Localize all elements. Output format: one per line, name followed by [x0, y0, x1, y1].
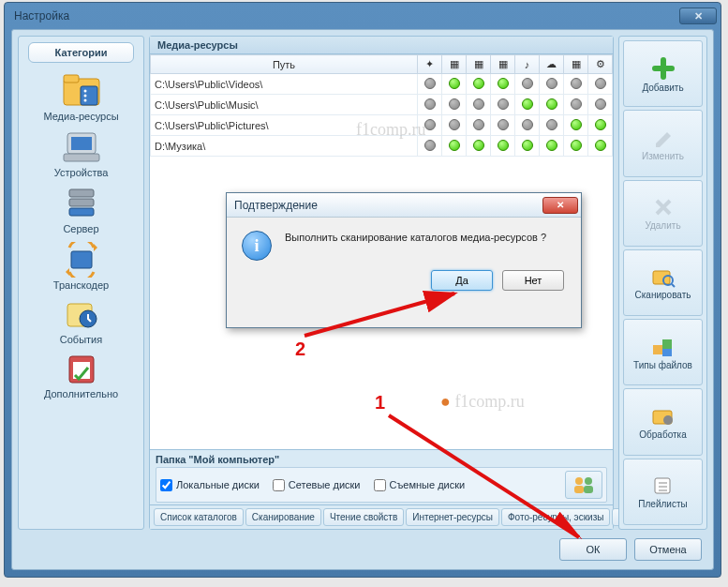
categories-sidebar: Категории Медиа-ресурсы Устройства Серве…: [18, 36, 144, 530]
plus-icon: [651, 56, 676, 81]
cell-flag[interactable]: [588, 74, 613, 95]
col-flag[interactable]: ⚙: [588, 55, 613, 74]
window-close-button[interactable]: ✕: [679, 8, 717, 24]
cell-flag[interactable]: [491, 74, 515, 95]
table-row[interactable]: C:\Users\Public\Videos\: [151, 74, 613, 95]
btn-edit[interactable]: Изменить: [623, 110, 703, 176]
sidebar-item-server[interactable]: Сервер: [22, 183, 140, 239]
status-dot-icon: [595, 98, 606, 110]
cell-flag[interactable]: [564, 74, 588, 95]
tab-список-каталогов[interactable]: Список каталогов: [154, 508, 244, 526]
btn-scan[interactable]: Сканировать: [623, 249, 703, 316]
delete-icon: [652, 196, 675, 218]
gear-icon: ⚙: [596, 58, 605, 69]
cell-flag[interactable]: [418, 74, 442, 95]
cell-flag[interactable]: [467, 115, 491, 136]
svg-rect-22: [584, 486, 593, 493]
cell-flag[interactable]: [442, 95, 467, 115]
btn-add[interactable]: Добавить: [623, 40, 703, 107]
cell-flag[interactable]: [491, 95, 515, 115]
sidebar-item-additional[interactable]: Дополнительно: [22, 350, 140, 404]
cell-flag[interactable]: [515, 74, 540, 95]
col-flag[interactable]: ✦: [418, 55, 442, 74]
btn-delete[interactable]: Удалить: [623, 180, 703, 247]
cell-flag[interactable]: [540, 74, 564, 95]
col-flag[interactable]: ▦: [564, 55, 588, 74]
svg-rect-9: [69, 189, 94, 197]
dialog-yes-button[interactable]: Да: [431, 270, 493, 291]
dialog-titlebar[interactable]: Подтверждение ✕: [227, 193, 581, 218]
cancel-button[interactable]: Отмена: [634, 538, 702, 561]
cell-flag[interactable]: [515, 95, 540, 115]
cell-flag[interactable]: [540, 95, 564, 115]
status-dot-icon: [571, 78, 582, 89]
checkbox-network-disks[interactable]: Сетевые диски: [273, 479, 361, 491]
cell-flag[interactable]: [564, 136, 588, 157]
cell-flag[interactable]: [515, 115, 540, 136]
sidebar-item-media[interactable]: Медиа-ресурсы: [22, 68, 140, 127]
col-flag[interactable]: ▦: [467, 55, 491, 74]
right-toolbar: Добавить Изменить Удалить Сканировать: [618, 36, 707, 530]
tab-чтение-свойств[interactable]: Чтение свойств: [323, 508, 404, 526]
status-dot-icon: [546, 98, 557, 110]
svg-rect-2: [81, 86, 97, 105]
clipboard-icon: [62, 353, 101, 386]
cell-flag[interactable]: [564, 95, 588, 115]
col-path[interactable]: Путь: [151, 55, 418, 74]
cell-flag[interactable]: [467, 136, 491, 157]
ok-button[interactable]: ОК: [559, 538, 627, 561]
sidebar-item-transcoder[interactable]: Транскодер: [22, 239, 140, 295]
sidebar-tab-categories[interactable]: Категории: [28, 42, 134, 63]
cell-flag[interactable]: [515, 136, 540, 157]
sidebar-item-label: Медиа-ресурсы: [43, 111, 118, 122]
sidebar-item-label: Устройства: [54, 167, 109, 178]
checkbox-local-disks[interactable]: Локальные диски: [160, 479, 260, 491]
col-flag[interactable]: ♪: [515, 55, 540, 74]
tab-фото-ресурсы-эскизы[interactable]: Фото-ресурсы, эскизы: [501, 508, 610, 526]
svg-rect-26: [653, 345, 662, 354]
cell-flag[interactable]: [467, 74, 491, 95]
cell-flag[interactable]: [564, 115, 588, 136]
sidebar-item-label: События: [60, 334, 102, 345]
cell-flag[interactable]: [491, 136, 515, 157]
btn-processing[interactable]: Обработка: [623, 388, 703, 455]
status-dot-icon: [571, 98, 582, 110]
tab-интернет-ресурсы[interactable]: Интернет-ресурсы: [406, 508, 499, 526]
table-row[interactable]: C:\Users\Public\Music\: [151, 95, 613, 115]
svg-line-25: [672, 284, 675, 287]
sidebar-item-events[interactable]: События: [22, 295, 140, 350]
tab-сканирование[interactable]: Сканирование: [245, 508, 321, 526]
video-icon: ▦: [450, 58, 459, 69]
watermark: f1comp.ru: [356, 120, 425, 140]
cell-flag[interactable]: [442, 136, 467, 157]
users-icon: [572, 474, 596, 495]
sidebar-item-devices[interactable]: Устройства: [22, 127, 140, 183]
titlebar[interactable]: Настройка ✕: [5, 3, 721, 29]
status-dot-icon: [522, 140, 533, 151]
btn-filetypes[interactable]: Типы файлов: [623, 319, 703, 385]
svg-rect-8: [64, 154, 99, 161]
cell-flag[interactable]: [467, 95, 491, 115]
col-flag[interactable]: ▦: [491, 55, 515, 74]
cell-flag[interactable]: [540, 136, 564, 157]
dialog-close-button[interactable]: ✕: [542, 197, 578, 214]
col-flag[interactable]: ☁: [540, 55, 564, 74]
cell-flag[interactable]: [442, 115, 467, 136]
btn-playlists[interactable]: Плейлисты: [623, 459, 703, 525]
cell-flag[interactable]: [588, 136, 613, 157]
cell-flag[interactable]: [418, 95, 442, 115]
dialog-no-button[interactable]: Нет: [502, 270, 564, 291]
cell-flag[interactable]: [588, 95, 613, 115]
cell-path: C:\Users\Public\Music\: [151, 95, 418, 115]
cell-flag[interactable]: [442, 74, 467, 95]
cell-flag[interactable]: [491, 115, 515, 136]
status-dot-icon: [473, 119, 484, 130]
checkbox-removable-disks[interactable]: Съемные диски: [374, 479, 466, 491]
cell-flag[interactable]: [540, 115, 564, 136]
col-flag[interactable]: ▦: [442, 55, 467, 74]
users-button[interactable]: [565, 471, 602, 499]
status-dot-icon: [595, 119, 606, 130]
cell-flag[interactable]: [588, 115, 613, 136]
svg-rect-31: [655, 478, 670, 493]
svg-rect-7: [71, 137, 92, 150]
